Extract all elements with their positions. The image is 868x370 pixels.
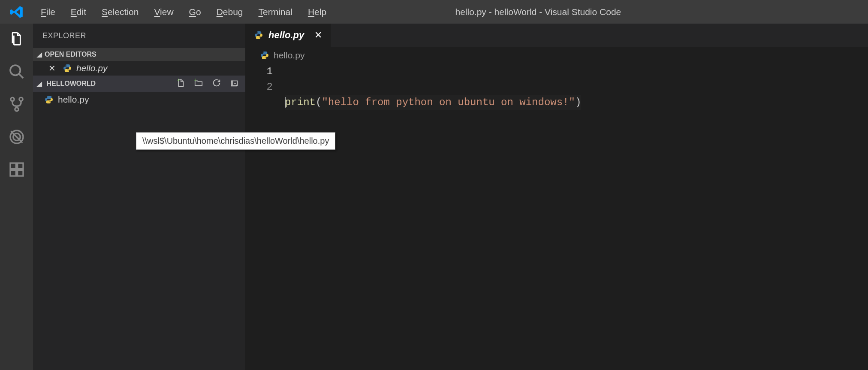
python-icon [44, 95, 54, 104]
close-icon[interactable]: ✕ [48, 63, 58, 73]
svg-line-1 [19, 74, 23, 78]
chevron-down-icon: ◢ [37, 51, 42, 58]
line-number: 1 [245, 64, 273, 79]
menu-debug[interactable]: Debug [209, 4, 251, 20]
menu-selection[interactable]: Selection [94, 4, 146, 20]
search-icon[interactable] [6, 61, 27, 82]
menu-go[interactable]: Go [181, 4, 209, 20]
open-editors-label: OPEN EDITORS [45, 51, 96, 58]
line-number: 2 [245, 79, 273, 95]
svg-rect-9 [10, 170, 16, 176]
code-line[interactable]: print("hello from python on ubuntu on wi… [285, 95, 581, 110]
folder-file-name: hello.py [58, 94, 89, 105]
window-title: hello.py - helloWorld - Visual Studio Co… [455, 7, 621, 17]
svg-point-4 [15, 108, 18, 111]
svg-text:+: + [194, 78, 196, 82]
breadcrumbs[interactable]: hello.py [245, 47, 868, 64]
svg-text:+: + [177, 78, 180, 82]
debug-icon[interactable] [6, 127, 27, 147]
code-area[interactable]: 1 2 print("hello from python on ubuntu o… [245, 64, 868, 370]
folder-header[interactable]: ◢ HELLOWORLD + + [33, 76, 245, 92]
open-editors-header[interactable]: ◢ OPEN EDITORS [33, 48, 245, 61]
file-path-tooltip: \\wsl$\Ubuntu\home\chrisdias\helloWorld\… [136, 132, 335, 150]
sidebar: EXPLORER ◢ OPEN EDITORS ✕ hello.py ◢ HEL… [33, 24, 245, 370]
folder-file-item[interactable]: hello.py [33, 92, 245, 107]
collapse-all-icon[interactable] [230, 78, 239, 89]
source-control-icon[interactable] [6, 94, 27, 115]
new-file-icon[interactable]: + [176, 78, 185, 89]
python-icon [260, 51, 269, 60]
tab-filename: hello.py [268, 30, 304, 41]
open-editor-filename: hello.py [76, 63, 107, 73]
activity-bar [0, 24, 33, 370]
python-icon [254, 30, 263, 40]
svg-rect-8 [10, 163, 16, 169]
breadcrumb-filename: hello.py [274, 50, 304, 61]
menu-terminal[interactable]: Terminal [251, 4, 300, 20]
titlebar: File Edit Selection View Go Debug Termin… [0, 0, 868, 24]
new-folder-icon[interactable]: + [194, 78, 203, 89]
svg-point-0 [10, 65, 20, 75]
svg-point-2 [10, 97, 14, 101]
menu-bar: File Edit Selection View Go Debug Termin… [33, 4, 334, 20]
sidebar-title: EXPLORER [33, 24, 245, 48]
folder-label: HELLOWORLD [46, 80, 96, 87]
editor: hello.py ✕ hello.py 1 2 print("hello fro… [245, 24, 868, 370]
explorer-icon[interactable] [6, 29, 27, 49]
chevron-down-icon: ◢ [37, 80, 42, 87]
menu-view[interactable]: View [146, 4, 181, 20]
menu-help[interactable]: Help [300, 4, 334, 20]
line-gutter: 1 2 [245, 64, 285, 370]
vscode-logo-icon [0, 5, 33, 19]
svg-rect-10 [17, 170, 23, 176]
refresh-icon[interactable] [212, 78, 221, 89]
svg-rect-11 [17, 163, 23, 169]
editor-tab[interactable]: hello.py ✕ [245, 24, 331, 47]
open-editor-item[interactable]: ✕ hello.py [33, 61, 245, 76]
menu-edit[interactable]: Edit [63, 4, 94, 20]
code-content[interactable]: print("hello from python on ubuntu on wi… [285, 64, 581, 370]
svg-point-3 [19, 97, 22, 101]
menu-file[interactable]: File [33, 4, 63, 20]
close-tab-icon[interactable]: ✕ [309, 30, 322, 41]
extensions-icon[interactable] [6, 159, 27, 180]
python-icon [63, 64, 72, 73]
editor-tabs: hello.py ✕ [245, 24, 868, 47]
